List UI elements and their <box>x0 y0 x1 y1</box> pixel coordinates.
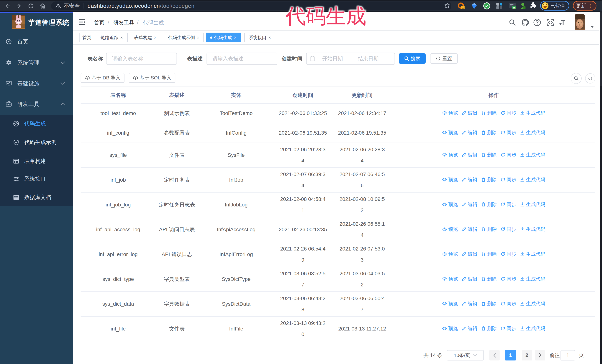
svg-text:on: on <box>513 6 516 9</box>
svg-text:1: 1 <box>462 6 464 9</box>
